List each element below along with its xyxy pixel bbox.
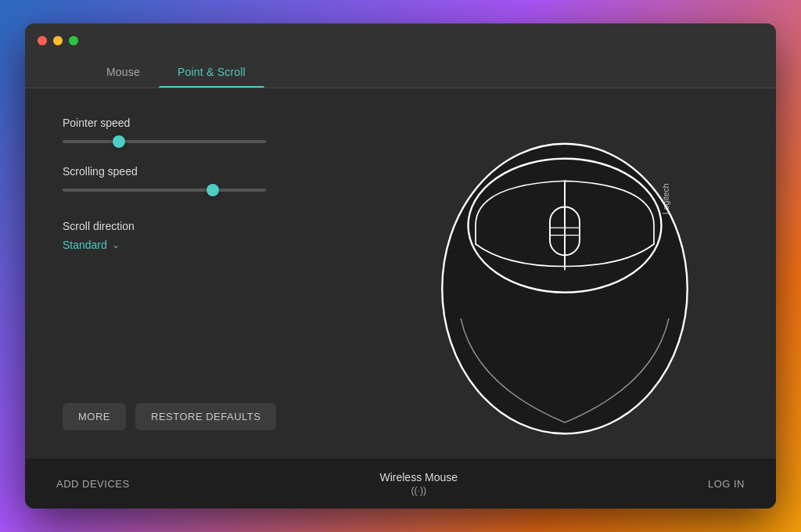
pointer-speed-label: Pointer speed (63, 117, 316, 129)
window-controls (38, 36, 78, 45)
more-button[interactable]: MORE (63, 403, 126, 430)
scrolling-speed-label: Scrolling speed (63, 165, 316, 178)
scrolling-speed-thumb[interactable] (207, 184, 219, 196)
wireless-icon: ((·)) (411, 485, 426, 496)
tab-mouse[interactable]: Mouse (88, 58, 159, 88)
chevron-down-icon: ⌄ (112, 239, 120, 250)
scroll-direction-group: Scroll direction Standard ⌄ (63, 220, 316, 251)
scroll-direction-dropdown[interactable]: Standard ⌄ (63, 239, 316, 251)
svg-text:Logitech: Logitech (662, 183, 670, 214)
left-panel: Pointer speed Scrolling speed Scroll dir… (25, 88, 354, 458)
titlebar (25, 23, 776, 58)
main-content: Pointer speed Scrolling speed Scroll dir… (25, 88, 776, 458)
bottom-bar: ADD DEVICES Wireless Mouse ((·)) LOG IN (25, 458, 776, 509)
minimize-button[interactable] (53, 36, 63, 45)
right-panel: Logitech (354, 88, 776, 458)
add-devices-button[interactable]: ADD DEVICES (56, 478, 130, 490)
scroll-direction-value: Standard (63, 239, 107, 251)
log-in-button[interactable]: LOG IN (708, 478, 745, 490)
close-button[interactable] (38, 36, 47, 45)
mouse-illustration: Logitech (416, 110, 713, 438)
scrolling-speed-group: Scrolling speed (63, 165, 316, 192)
tab-point-scroll[interactable]: Point & Scroll (159, 58, 264, 88)
pointer-speed-thumb[interactable] (113, 135, 125, 148)
device-name: Wireless Mouse (379, 471, 458, 483)
scroll-direction-label: Scroll direction (63, 220, 316, 232)
restore-defaults-button[interactable]: RESTORE DEFAULTS (135, 403, 276, 430)
device-info: Wireless Mouse ((·)) (130, 471, 708, 496)
pointer-speed-track[interactable] (63, 140, 266, 143)
maximize-button[interactable] (69, 36, 78, 45)
main-window: Mouse Point & Scroll Pointer speed Scrol… (25, 23, 776, 509)
tab-bar: Mouse Point & Scroll (25, 58, 776, 88)
scrolling-speed-track[interactable] (63, 189, 266, 192)
buttons-row: MORE RESTORE DEFAULTS (63, 387, 316, 430)
pointer-speed-group: Pointer speed (63, 117, 316, 143)
